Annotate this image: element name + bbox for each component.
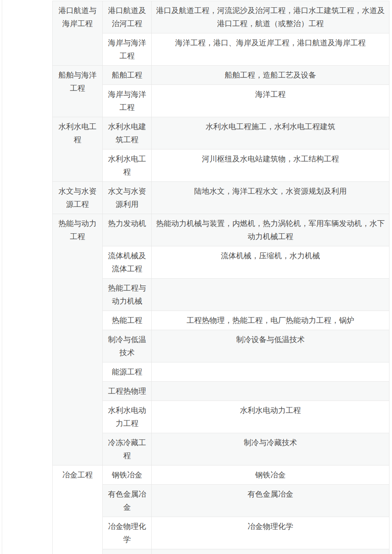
majors-cell — [152, 382, 389, 401]
discipline-cell: 钢铁冶金 — [103, 465, 152, 485]
table-row: 热能工程工程热物理，热能工程，电厂热能动力工程，锅炉 — [53, 311, 389, 330]
discipline-cell: 热能工程与动力机械 — [103, 279, 152, 311]
majors-cell: 制冷设备与低温技术 — [152, 330, 389, 362]
discipline-cell: 冷冻冷藏工程 — [103, 433, 152, 465]
discipline-cell: 热力发动机 — [103, 214, 152, 246]
table-row: 水利水电动力工程水利水电动力工程 — [53, 401, 389, 433]
majors-cell: 港口及航道工程，河流泥沙及治河工程，港口水工建筑工程，水道及港口工程，航道（或整… — [152, 1, 389, 33]
majors-cell — [152, 549, 389, 554]
majors-cell: 钢铁冶金 — [152, 465, 389, 485]
majors-cell: 水利水电动力工程 — [152, 401, 389, 433]
discipline-cell: 船舶工程 — [103, 66, 152, 85]
category-cell: 水利水电工程 — [53, 117, 103, 182]
category-cell: 船舶与海洋工程 — [53, 66, 103, 117]
majors-cell: 有色金属冶金 — [152, 485, 389, 517]
discipline-cell: 海岸与海洋工程 — [103, 85, 152, 117]
discipline-cell: 冶金 — [103, 549, 152, 554]
table-row: 港口航道与海岸工程港口航道及治河工程港口及航道工程，河流泥沙及治河工程，港口水工… — [53, 1, 389, 33]
discipline-cell: 冶金物理化学 — [103, 517, 152, 549]
table-row: 冶金物理化学冶金物理化学 — [53, 517, 389, 549]
table-row: 冶金 — [53, 549, 389, 554]
majors-cell: 流体机械，压缩机，水力机械 — [152, 246, 389, 279]
category-cell: 冶金工程 — [53, 465, 103, 554]
category-cell: 水文与水资源工程 — [53, 182, 103, 214]
discipline-cell: 制冷与低温技术 — [103, 330, 152, 362]
discipline-cell: 有色金属冶金 — [103, 485, 152, 517]
majors-cell — [152, 279, 389, 311]
table-row: 工程热物理 — [53, 382, 389, 401]
table-row: 有色金属冶金有色金属冶金 — [53, 485, 389, 517]
table-row: 能源工程 — [53, 362, 389, 382]
table-row: 热能工程与动力机械 — [53, 279, 389, 311]
majors-cell — [152, 362, 389, 382]
discipline-cell: 水利水电动力工程 — [103, 401, 152, 433]
discipline-mapping-table: 港口航道与海岸工程港口航道及治河工程港口及航道工程，河流泥沙及治河工程，港口水工… — [52, 1, 389, 554]
table-row: 海岸与海洋工程海洋工程 — [53, 85, 389, 117]
discipline-cell: 流体机械及流体工程 — [103, 246, 152, 279]
table-row: 热能与动力工程热力发动机热能动力机械与装置，内燃机，热力涡轮机，军用车辆发动机，… — [53, 214, 389, 246]
discipline-cell: 海岸与海洋工程 — [103, 33, 152, 66]
discipline-cell: 水利水电建筑工程 — [103, 117, 152, 149]
table-row: 船舶与海洋工程船舶工程船舶工程，造船工艺及设备 — [53, 66, 389, 85]
table-row: 冶金工程钢铁冶金钢铁冶金 — [53, 465, 389, 485]
table-row: 制冷与低温技术制冷设备与低温技术 — [53, 330, 389, 362]
table-row: 水利水电工程河川枢纽及水电站建筑物，水工结构工程 — [53, 149, 389, 182]
discipline-cell: 港口航道及治河工程 — [103, 1, 152, 33]
majors-cell: 冶金物理化学 — [152, 517, 389, 549]
majors-cell: 陆地水文，海洋工程水文，水资源规划及利用 — [152, 182, 389, 214]
table-row: 水利水电工程水利水电建筑工程水利水电工程施工，水利水电工程建筑 — [53, 117, 389, 149]
majors-cell: 热能动力机械与装置，内燃机，热力涡轮机，军用车辆发动机，水下动力机械工程 — [152, 214, 389, 246]
discipline-cell: 热能工程 — [103, 311, 152, 330]
table-row: 冷冻冷藏工程制冷与冷藏技术 — [53, 433, 389, 465]
majors-cell: 海洋工程 — [152, 85, 389, 117]
table-row: 海岸与海洋工程海洋工程，港口、海岸及近岸工程，港口航道及海岸工程 — [53, 33, 389, 66]
discipline-cell: 能源工程 — [103, 362, 152, 382]
category-cell: 港口航道与海岸工程 — [53, 1, 103, 66]
category-cell: 热能与动力工程 — [53, 214, 103, 465]
table-body: 港口航道与海岸工程港口航道及治河工程港口及航道工程，河流泥沙及治河工程，港口水工… — [53, 1, 389, 554]
discipline-cell: 水利水电工程 — [103, 149, 152, 182]
majors-cell: 海洋工程，港口、海岸及近岸工程，港口航道及海岸工程 — [152, 33, 389, 66]
discipline-cell: 工程热物理 — [103, 382, 152, 401]
table-row: 流体机械及流体工程流体机械，压缩机，水力机械 — [53, 246, 389, 279]
page-left-border — [2, 0, 2, 554]
majors-cell: 水利水电工程施工，水利水电工程建筑 — [152, 117, 389, 149]
majors-cell: 制冷与冷藏技术 — [152, 433, 389, 465]
discipline-cell: 水文与水资源利用 — [103, 182, 152, 214]
majors-cell: 河川枢纽及水电站建筑物，水工结构工程 — [152, 149, 389, 182]
table-row: 水文与水资源工程水文与水资源利用陆地水文，海洋工程水文，水资源规划及利用 — [53, 182, 389, 214]
majors-cell: 船舶工程，造船工艺及设备 — [152, 66, 389, 85]
majors-cell: 工程热物理，热能工程，电厂热能动力工程，锅炉 — [152, 311, 389, 330]
